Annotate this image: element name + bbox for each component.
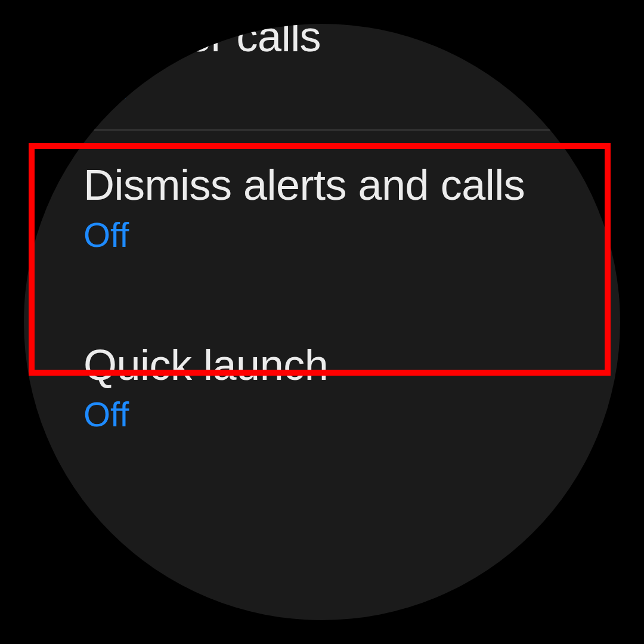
setting-item-dismiss-alerts[interactable]: Dismiss alerts and calls Off	[24, 131, 620, 286]
setting-item-title: Quick launch	[83, 340, 561, 390]
watch-face-container: Answer calls Off Dismiss alerts and call…	[24, 24, 620, 620]
settings-list: Answer calls Off Dismiss alerts and call…	[24, 24, 620, 620]
setting-item-quick-launch[interactable]: Quick launch Off	[24, 287, 620, 442]
setting-item-answer-calls[interactable]: Answer calls Off	[24, 24, 620, 129]
setting-item-status: Off	[83, 393, 561, 436]
setting-item-title: Answer calls	[83, 24, 561, 61]
setting-item-status: Off	[83, 65, 561, 109]
setting-item-title: Dismiss alerts and calls	[83, 160, 561, 210]
setting-item-status: Off	[83, 213, 561, 257]
